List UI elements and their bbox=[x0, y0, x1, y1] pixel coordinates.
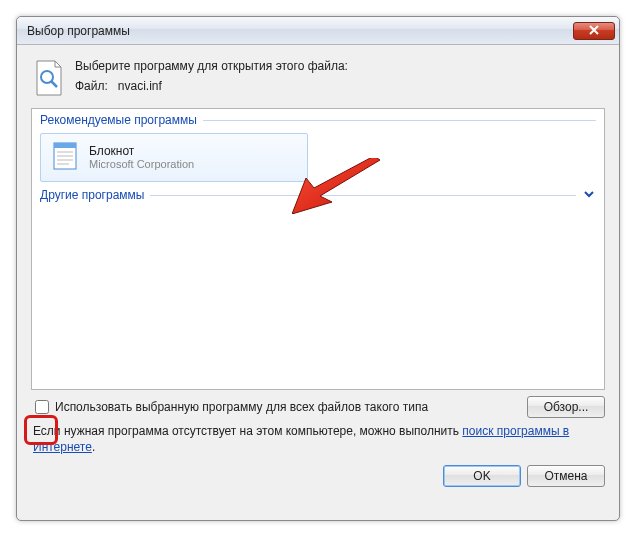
program-text: Блокнот Microsoft Corporation bbox=[89, 144, 194, 172]
cancel-button[interactable]: Отмена bbox=[527, 465, 605, 487]
close-icon bbox=[588, 24, 600, 38]
close-button[interactable] bbox=[573, 22, 615, 40]
checkbox-row: Использовать выбранную программу для все… bbox=[31, 400, 605, 414]
bottom-area: Использовать выбранную программу для все… bbox=[31, 390, 605, 487]
header-row: Выберите программу для открытия этого фа… bbox=[31, 55, 605, 108]
file-row: Файл: nvaci.inf bbox=[75, 79, 348, 93]
note-suffix: . bbox=[92, 440, 95, 454]
note-prefix: Если нужная программа отсутствует на это… bbox=[33, 424, 462, 438]
divider bbox=[203, 120, 596, 121]
dialog-content: Выберите программу для открытия этого фа… bbox=[17, 45, 619, 520]
group-recommended[interactable]: Рекомендуемые программы bbox=[32, 109, 604, 131]
notepad-icon bbox=[49, 140, 81, 175]
header-text: Выберите программу для открытия этого фа… bbox=[75, 59, 348, 93]
dialog-window: Выбор программы Выберите программу для о… bbox=[16, 16, 620, 521]
file-label: Файл: bbox=[75, 79, 108, 93]
group-recommended-label: Рекомендуемые программы bbox=[40, 113, 197, 127]
chevron-down-icon bbox=[582, 188, 596, 202]
instruction-text: Выберите программу для открытия этого фа… bbox=[75, 59, 348, 73]
always-use-label: Использовать выбранную программу для все… bbox=[55, 400, 605, 414]
file-search-icon bbox=[33, 59, 65, 100]
divider bbox=[150, 195, 576, 196]
program-publisher: Microsoft Corporation bbox=[89, 158, 194, 171]
ok-button[interactable]: OK bbox=[443, 465, 521, 487]
group-other-label: Другие программы bbox=[40, 188, 144, 202]
program-list: Рекомендуемые программы Блокнот bbox=[31, 108, 605, 390]
program-notepad[interactable]: Блокнот Microsoft Corporation bbox=[40, 133, 308, 182]
note-text: Если нужная программа отсутствует на это… bbox=[33, 424, 605, 455]
always-use-checkbox[interactable] bbox=[35, 400, 49, 414]
group-other[interactable]: Другие программы bbox=[32, 184, 604, 206]
titlebar[interactable]: Выбор программы bbox=[17, 17, 619, 45]
browse-button[interactable]: Обзор... bbox=[527, 396, 605, 418]
button-row: OK Отмена bbox=[31, 465, 605, 487]
window-title: Выбор программы bbox=[27, 24, 573, 38]
file-name: nvaci.inf bbox=[118, 79, 162, 93]
program-name: Блокнот bbox=[89, 144, 194, 158]
svg-rect-3 bbox=[54, 143, 76, 148]
